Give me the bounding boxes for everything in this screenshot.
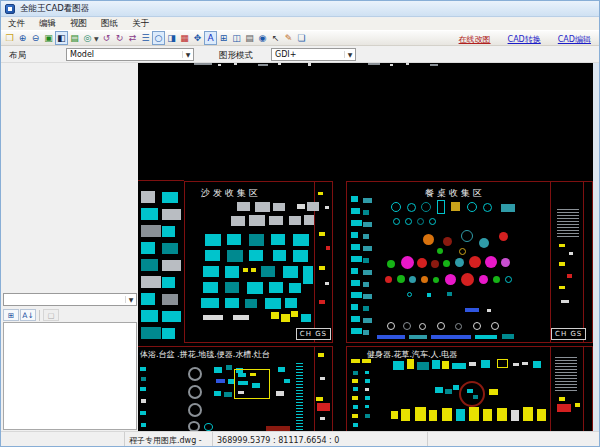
layers-icon[interactable]: ☰ — [139, 31, 152, 45]
menu-view[interactable]: 视图 — [63, 18, 94, 30]
graphics-mode-select[interactable]: GDI+ ▼ — [271, 48, 356, 61]
cad-block — [451, 202, 460, 211]
cad-block — [225, 282, 239, 293]
layout-select[interactable]: Model ▼ — [66, 48, 194, 61]
cad-block — [385, 276, 392, 283]
flip-icon[interactable]: ◫ — [230, 31, 243, 45]
section-title-sofa: 沙发收集区 — [201, 187, 261, 200]
properties-panel: ▼ ⊞A↓▢ — [1, 63, 138, 431]
cad-block — [390, 64, 393, 66]
graphics-mode-value: GDI+ — [272, 50, 344, 59]
text-tool-icon[interactable]: A — [204, 31, 217, 45]
cad-viewport[interactable]: 沙发收集区 CH GS 餐桌收集区 CH GS 体浴.台盆 .拼花.地毯.便器.… — [138, 63, 593, 431]
zoom-select-icon[interactable]: ◉ — [256, 31, 269, 45]
select-cursor-icon[interactable]: ↖ — [269, 31, 282, 45]
cad-block — [397, 275, 405, 283]
cad-block — [401, 256, 414, 269]
cad-block — [351, 208, 360, 214]
cad-block — [533, 361, 541, 368]
cad-block — [485, 256, 497, 268]
cad-block — [569, 252, 573, 255]
circle-tool-icon[interactable]: ○ — [152, 31, 165, 45]
cad-block — [365, 388, 369, 391]
cad-block — [363, 198, 372, 203]
cad-editor-link[interactable]: CAD编辑 — [558, 34, 591, 45]
cad-block — [409, 335, 427, 339]
cad-block — [353, 405, 358, 409]
cad-block — [351, 244, 360, 250]
cad-block — [437, 200, 445, 214]
cad-block — [365, 396, 370, 400]
toolbar-separator — [39, 310, 40, 321]
image-view-icon[interactable]: ◨ — [165, 31, 178, 45]
cad-block — [465, 308, 479, 312]
cad-block — [443, 237, 452, 246]
cad-block — [351, 292, 362, 298]
cad-block — [201, 298, 219, 308]
cad-block — [320, 377, 325, 380]
fit-view-icon[interactable]: ▣ — [42, 31, 55, 45]
cad-block — [365, 371, 369, 374]
cad-block — [351, 280, 360, 286]
cad-block — [469, 407, 479, 421]
section-title-dining: 餐桌收集区 — [425, 187, 485, 200]
categorized-icon[interactable]: ⊞ — [3, 309, 19, 321]
cad-block — [249, 250, 263, 261]
menu-file[interactable]: 文件 — [1, 18, 32, 30]
cad-block — [406, 63, 409, 65]
cad-block — [427, 293, 431, 297]
cad-block — [391, 411, 398, 419]
property-list[interactable] — [3, 322, 137, 430]
cad-block — [557, 209, 579, 237]
menu-about[interactable]: 关于 — [125, 18, 156, 30]
cad-block — [365, 414, 370, 418]
zoom-out-icon[interactable]: ⊖ — [29, 31, 42, 45]
cad-block — [234, 63, 237, 65]
object-select[interactable]: ▼ — [3, 293, 137, 306]
rotate-left-icon[interactable]: ↺ — [100, 31, 113, 45]
measure-icon[interactable]: ⊞ — [217, 31, 230, 45]
cad-block — [326, 246, 330, 250]
cad-block — [407, 292, 412, 297]
cad-block — [273, 203, 285, 211]
save-image-icon[interactable]: ▤ — [68, 31, 81, 45]
cad-block — [319, 266, 325, 270]
online-edit-link[interactable]: 在线改图 — [459, 34, 491, 45]
print-icon[interactable]: ▤ — [243, 31, 256, 45]
sort-alphabetical-icon[interactable]: A↓ — [20, 309, 36, 321]
cad-block — [363, 270, 372, 275]
cad-block — [226, 365, 232, 370]
cad-block — [318, 192, 323, 195]
menu-sheet[interactable]: 图纸 — [94, 18, 125, 30]
cad-block — [203, 282, 218, 293]
cad-convert-link[interactable]: CAD转换 — [508, 34, 541, 45]
cad-block — [377, 335, 405, 339]
rotate-right-icon[interactable]: ↻ — [113, 31, 126, 45]
cad-block — [452, 363, 466, 369]
export-icon[interactable]: ◎ — [81, 31, 94, 45]
cad-block — [316, 397, 323, 401]
cad-block — [318, 353, 324, 357]
chevron-down-icon: ▼ — [182, 51, 193, 58]
cad-block — [352, 379, 358, 383]
cad-block — [188, 385, 202, 399]
cad-block — [284, 379, 290, 383]
cad-block — [141, 259, 158, 271]
open-file-icon[interactable]: ❒ — [3, 31, 16, 45]
cad-block — [403, 322, 411, 330]
toolbar-links: 在线改图 CAD转换 CAD编辑 — [459, 31, 591, 47]
fullscreen-icon[interactable]: ✥ — [191, 31, 204, 45]
cad-block — [415, 407, 426, 421]
zoom-in-icon[interactable]: ⊕ — [16, 31, 29, 45]
background-toggle-icon[interactable]: ◧ — [55, 31, 68, 45]
cad-block — [255, 202, 270, 212]
cad-block — [353, 423, 358, 427]
annotate-icon[interactable]: ✎ — [282, 31, 295, 45]
menu-edit[interactable]: 编辑 — [32, 18, 63, 30]
cad-block — [575, 403, 580, 407]
swap-view-icon[interactable]: ⇄ — [126, 31, 139, 45]
cad-block — [269, 282, 283, 293]
cad-block — [307, 202, 319, 211]
copy-icon[interactable]: ❏ — [295, 31, 308, 45]
color-settings-icon[interactable]: ▦ — [178, 31, 191, 45]
